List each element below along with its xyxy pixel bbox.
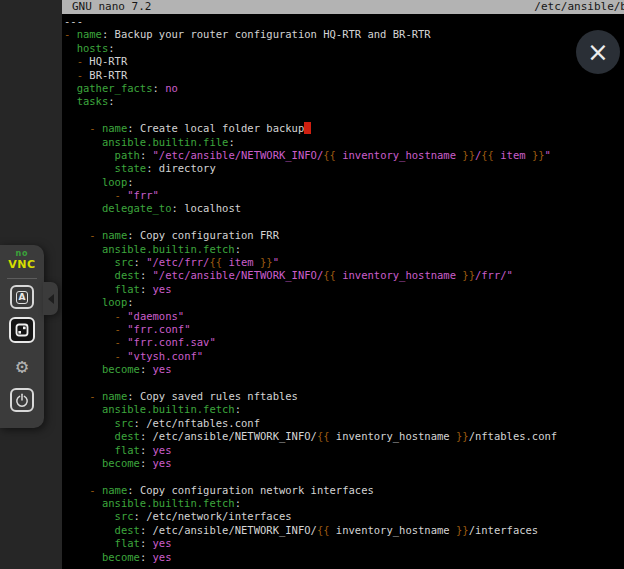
code-line: dest: "/etc/ansible/NETWORK_INFO/{{ inve…: [64, 269, 557, 282]
code-line: dest: /etc/ansible/NETWORK_INFO/{{ inven…: [64, 524, 557, 537]
terminal-window[interactable]: GNU nano 7.2 /etc/ansible/b ---- name: B…: [62, 0, 624, 569]
code-line: - "frr": [64, 189, 557, 202]
code-line: - "vtysh.conf": [64, 350, 557, 363]
close-button[interactable]: ×: [576, 30, 620, 74]
code-line: ansible.builtin.file:: [64, 136, 557, 149]
panel-collapse-handle[interactable]: [43, 282, 58, 315]
screen: { "window": {"width": 624, "height": 569…: [0, 0, 624, 569]
gear-icon: ⚙: [16, 354, 28, 378]
keyboard-key-icon: A: [16, 291, 29, 304]
close-icon: ×: [587, 39, 609, 65]
extra-keys-button[interactable]: A: [10, 285, 34, 309]
nano-filepath-label: /etc/ansible/b: [534, 0, 624, 14]
code-line: - "frr.conf.sav": [64, 336, 557, 349]
vnc-control-panel: no VNC A ⚙: [0, 245, 44, 428]
code-line: - name: Backup your router configuration…: [64, 28, 557, 41]
settings-button[interactable]: ⚙: [10, 355, 34, 377]
code-line: - name: Copy configuration network inter…: [64, 484, 557, 497]
code-line: ansible.builtin.fetch:: [64, 497, 557, 510]
power-icon: [15, 393, 29, 407]
code-line: ---: [64, 15, 557, 28]
editor-content[interactable]: ---- name: Backup your router configurat…: [64, 15, 557, 564]
code-line: - HQ-RTR: [64, 55, 557, 68]
code-line: [64, 470, 557, 483]
code-line: dest: /etc/ansible/NETWORK_INFO/{{ inven…: [64, 430, 557, 443]
code-line: src: "/etc/frr/{{ item }}": [64, 256, 557, 269]
code-line: [64, 377, 557, 390]
novnc-logo: no VNC: [0, 250, 44, 270]
code-line: ansible.builtin.fetch:: [64, 243, 557, 256]
code-line: tasks:: [64, 95, 557, 108]
novnc-logo-no: no: [0, 250, 44, 258]
code-line: flat: yes: [64, 283, 557, 296]
code-line: [64, 109, 557, 122]
chevron-left-icon: [48, 294, 54, 304]
code-line: - BR-RTR: [64, 69, 557, 82]
code-line: - name: Copy configuration FRR: [64, 229, 557, 242]
code-line: - name: Copy saved rules nftables: [64, 390, 557, 403]
fullscreen-icon: [15, 323, 29, 337]
power-button[interactable]: [10, 388, 34, 412]
nano-version-label: GNU nano 7.2: [72, 0, 151, 14]
code-line: state: directory: [64, 162, 557, 175]
code-line: become: yes: [64, 457, 557, 470]
code-line: loop:: [64, 296, 557, 309]
code-line: src: /etc/nftables.conf: [64, 417, 557, 430]
code-line: - "daemons": [64, 310, 557, 323]
code-line: - name: Create local folder backup: [64, 122, 557, 135]
code-line: gather_facts: no: [64, 82, 557, 95]
code-line: flat: yes: [64, 444, 557, 457]
code-line: - "frr.conf": [64, 323, 557, 336]
nano-titlebar: GNU nano 7.2 /etc/ansible/b: [62, 0, 624, 14]
code-line: hosts:: [64, 42, 557, 55]
code-line: src: /etc/network/interfaces: [64, 510, 557, 523]
text-cursor: [304, 122, 310, 134]
panel-divider: [7, 278, 37, 279]
code-line: path: "/etc/ansible/NETWORK_INFO/{{ inve…: [64, 149, 557, 162]
novnc-logo-vnc: VNC: [0, 259, 44, 270]
code-line: delegate_to: localhost: [64, 202, 557, 215]
code-line: become: yes: [64, 363, 557, 376]
code-line: become: yes: [64, 551, 557, 564]
code-line: loop:: [64, 176, 557, 189]
code-line: ansible.builtin.fetch:: [64, 403, 557, 416]
fullscreen-button[interactable]: [9, 317, 35, 343]
code-line: flat: yes: [64, 537, 557, 550]
code-line: [64, 216, 557, 229]
